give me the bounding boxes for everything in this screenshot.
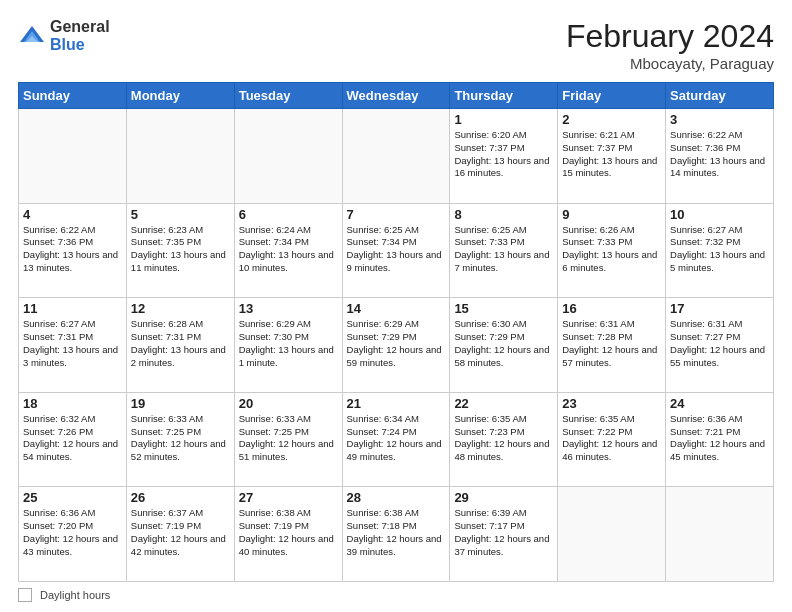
day-number: 6 bbox=[239, 207, 338, 222]
day-info: Sunrise: 6:20 AM Sunset: 7:37 PM Dayligh… bbox=[454, 129, 553, 180]
day-number: 28 bbox=[347, 490, 446, 505]
calendar-cell: 1Sunrise: 6:20 AM Sunset: 7:37 PM Daylig… bbox=[450, 109, 558, 204]
calendar-cell: 10Sunrise: 6:27 AM Sunset: 7:32 PM Dayli… bbox=[666, 203, 774, 298]
day-number: 20 bbox=[239, 396, 338, 411]
calendar-week-row: 11Sunrise: 6:27 AM Sunset: 7:31 PM Dayli… bbox=[19, 298, 774, 393]
day-number: 27 bbox=[239, 490, 338, 505]
calendar-header-row: SundayMondayTuesdayWednesdayThursdayFrid… bbox=[19, 83, 774, 109]
day-info: Sunrise: 6:27 AM Sunset: 7:31 PM Dayligh… bbox=[23, 318, 122, 369]
calendar-cell: 4Sunrise: 6:22 AM Sunset: 7:36 PM Daylig… bbox=[19, 203, 127, 298]
title-block: February 2024 Mbocayaty, Paraguay bbox=[566, 18, 774, 72]
calendar-cell bbox=[126, 109, 234, 204]
day-number: 5 bbox=[131, 207, 230, 222]
calendar-table: SundayMondayTuesdayWednesdayThursdayFrid… bbox=[18, 82, 774, 582]
day-number: 23 bbox=[562, 396, 661, 411]
day-number: 2 bbox=[562, 112, 661, 127]
calendar-cell: 23Sunrise: 6:35 AM Sunset: 7:22 PM Dayli… bbox=[558, 392, 666, 487]
day-info: Sunrise: 6:29 AM Sunset: 7:30 PM Dayligh… bbox=[239, 318, 338, 369]
calendar-cell bbox=[666, 487, 774, 582]
day-info: Sunrise: 6:24 AM Sunset: 7:34 PM Dayligh… bbox=[239, 224, 338, 275]
calendar-header-thursday: Thursday bbox=[450, 83, 558, 109]
logo-general-text: General bbox=[50, 18, 110, 36]
daylight-legend-box bbox=[18, 588, 32, 602]
day-number: 9 bbox=[562, 207, 661, 222]
calendar-week-row: 25Sunrise: 6:36 AM Sunset: 7:20 PM Dayli… bbox=[19, 487, 774, 582]
day-number: 8 bbox=[454, 207, 553, 222]
day-number: 25 bbox=[23, 490, 122, 505]
calendar-week-row: 1Sunrise: 6:20 AM Sunset: 7:37 PM Daylig… bbox=[19, 109, 774, 204]
footer: Daylight hours bbox=[18, 588, 774, 602]
calendar-header-sunday: Sunday bbox=[19, 83, 127, 109]
calendar-cell: 22Sunrise: 6:35 AM Sunset: 7:23 PM Dayli… bbox=[450, 392, 558, 487]
day-number: 22 bbox=[454, 396, 553, 411]
calendar-cell bbox=[558, 487, 666, 582]
day-info: Sunrise: 6:28 AM Sunset: 7:31 PM Dayligh… bbox=[131, 318, 230, 369]
calendar-header-friday: Friday bbox=[558, 83, 666, 109]
calendar-cell: 27Sunrise: 6:38 AM Sunset: 7:19 PM Dayli… bbox=[234, 487, 342, 582]
day-info: Sunrise: 6:35 AM Sunset: 7:22 PM Dayligh… bbox=[562, 413, 661, 464]
calendar-week-row: 18Sunrise: 6:32 AM Sunset: 7:26 PM Dayli… bbox=[19, 392, 774, 487]
day-info: Sunrise: 6:27 AM Sunset: 7:32 PM Dayligh… bbox=[670, 224, 769, 275]
day-number: 14 bbox=[347, 301, 446, 316]
calendar-cell: 6Sunrise: 6:24 AM Sunset: 7:34 PM Daylig… bbox=[234, 203, 342, 298]
calendar-cell: 25Sunrise: 6:36 AM Sunset: 7:20 PM Dayli… bbox=[19, 487, 127, 582]
day-info: Sunrise: 6:30 AM Sunset: 7:29 PM Dayligh… bbox=[454, 318, 553, 369]
day-info: Sunrise: 6:39 AM Sunset: 7:17 PM Dayligh… bbox=[454, 507, 553, 558]
calendar-cell: 7Sunrise: 6:25 AM Sunset: 7:34 PM Daylig… bbox=[342, 203, 450, 298]
calendar-cell: 24Sunrise: 6:36 AM Sunset: 7:21 PM Dayli… bbox=[666, 392, 774, 487]
calendar-cell: 5Sunrise: 6:23 AM Sunset: 7:35 PM Daylig… bbox=[126, 203, 234, 298]
calendar-cell: 2Sunrise: 6:21 AM Sunset: 7:37 PM Daylig… bbox=[558, 109, 666, 204]
day-info: Sunrise: 6:23 AM Sunset: 7:35 PM Dayligh… bbox=[131, 224, 230, 275]
day-number: 18 bbox=[23, 396, 122, 411]
day-info: Sunrise: 6:25 AM Sunset: 7:34 PM Dayligh… bbox=[347, 224, 446, 275]
calendar-cell: 26Sunrise: 6:37 AM Sunset: 7:19 PM Dayli… bbox=[126, 487, 234, 582]
day-number: 16 bbox=[562, 301, 661, 316]
day-number: 26 bbox=[131, 490, 230, 505]
day-number: 21 bbox=[347, 396, 446, 411]
day-info: Sunrise: 6:38 AM Sunset: 7:18 PM Dayligh… bbox=[347, 507, 446, 558]
calendar-cell: 18Sunrise: 6:32 AM Sunset: 7:26 PM Dayli… bbox=[19, 392, 127, 487]
calendar-cell: 8Sunrise: 6:25 AM Sunset: 7:33 PM Daylig… bbox=[450, 203, 558, 298]
day-info: Sunrise: 6:33 AM Sunset: 7:25 PM Dayligh… bbox=[131, 413, 230, 464]
day-number: 12 bbox=[131, 301, 230, 316]
daylight-label: Daylight hours bbox=[40, 589, 110, 601]
logo: General Blue bbox=[18, 18, 110, 53]
day-info: Sunrise: 6:26 AM Sunset: 7:33 PM Dayligh… bbox=[562, 224, 661, 275]
day-number: 29 bbox=[454, 490, 553, 505]
day-number: 7 bbox=[347, 207, 446, 222]
page: General Blue February 2024 Mbocayaty, Pa… bbox=[0, 0, 792, 612]
calendar-cell bbox=[342, 109, 450, 204]
day-info: Sunrise: 6:33 AM Sunset: 7:25 PM Dayligh… bbox=[239, 413, 338, 464]
calendar-cell: 20Sunrise: 6:33 AM Sunset: 7:25 PM Dayli… bbox=[234, 392, 342, 487]
day-number: 10 bbox=[670, 207, 769, 222]
day-info: Sunrise: 6:31 AM Sunset: 7:27 PM Dayligh… bbox=[670, 318, 769, 369]
day-info: Sunrise: 6:22 AM Sunset: 7:36 PM Dayligh… bbox=[670, 129, 769, 180]
day-number: 13 bbox=[239, 301, 338, 316]
calendar-cell: 28Sunrise: 6:38 AM Sunset: 7:18 PM Dayli… bbox=[342, 487, 450, 582]
day-info: Sunrise: 6:36 AM Sunset: 7:20 PM Dayligh… bbox=[23, 507, 122, 558]
page-title: February 2024 bbox=[566, 18, 774, 55]
calendar-cell: 15Sunrise: 6:30 AM Sunset: 7:29 PM Dayli… bbox=[450, 298, 558, 393]
calendar-cell bbox=[234, 109, 342, 204]
day-info: Sunrise: 6:31 AM Sunset: 7:28 PM Dayligh… bbox=[562, 318, 661, 369]
day-info: Sunrise: 6:29 AM Sunset: 7:29 PM Dayligh… bbox=[347, 318, 446, 369]
calendar-cell bbox=[19, 109, 127, 204]
calendar-cell: 14Sunrise: 6:29 AM Sunset: 7:29 PM Dayli… bbox=[342, 298, 450, 393]
logo-icon bbox=[18, 22, 46, 50]
calendar-cell: 29Sunrise: 6:39 AM Sunset: 7:17 PM Dayli… bbox=[450, 487, 558, 582]
header: General Blue February 2024 Mbocayaty, Pa… bbox=[18, 18, 774, 72]
day-number: 24 bbox=[670, 396, 769, 411]
logo-text: General Blue bbox=[50, 18, 110, 53]
calendar-cell: 11Sunrise: 6:27 AM Sunset: 7:31 PM Dayli… bbox=[19, 298, 127, 393]
calendar-header-wednesday: Wednesday bbox=[342, 83, 450, 109]
day-info: Sunrise: 6:22 AM Sunset: 7:36 PM Dayligh… bbox=[23, 224, 122, 275]
day-number: 3 bbox=[670, 112, 769, 127]
calendar-week-row: 4Sunrise: 6:22 AM Sunset: 7:36 PM Daylig… bbox=[19, 203, 774, 298]
day-number: 19 bbox=[131, 396, 230, 411]
day-info: Sunrise: 6:34 AM Sunset: 7:24 PM Dayligh… bbox=[347, 413, 446, 464]
calendar-cell: 9Sunrise: 6:26 AM Sunset: 7:33 PM Daylig… bbox=[558, 203, 666, 298]
calendar-cell: 3Sunrise: 6:22 AM Sunset: 7:36 PM Daylig… bbox=[666, 109, 774, 204]
calendar-header-saturday: Saturday bbox=[666, 83, 774, 109]
day-info: Sunrise: 6:36 AM Sunset: 7:21 PM Dayligh… bbox=[670, 413, 769, 464]
day-number: 17 bbox=[670, 301, 769, 316]
